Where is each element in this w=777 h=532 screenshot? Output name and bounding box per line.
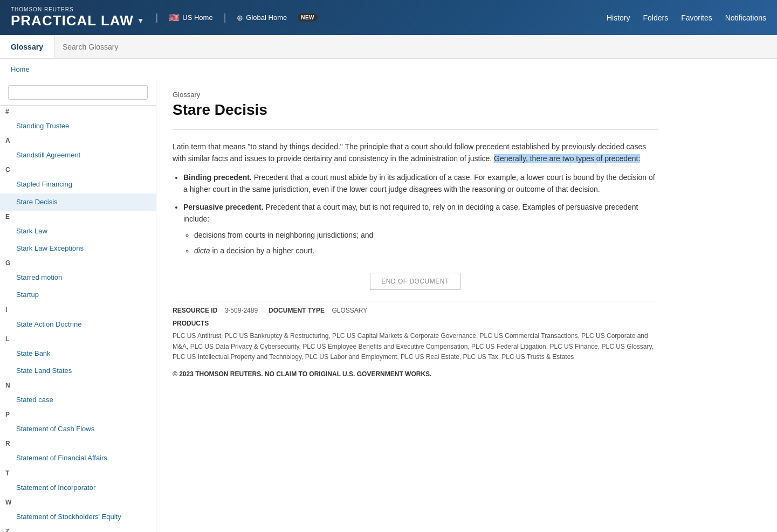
resource-id-label: RESOURCE ID: [173, 307, 217, 314]
home-link[interactable]: Home: [11, 65, 30, 73]
sidebar-item-statement-stockholders[interactable]: Statement of Stockholders' Equity: [0, 508, 156, 526]
sidebar-item-stark-law-exceptions[interactable]: Stark Law Exceptions: [0, 240, 156, 257]
favorites-link[interactable]: Favorites: [681, 13, 712, 22]
meta-divider: [173, 301, 658, 301]
search-input[interactable]: [63, 43, 769, 51]
top-nav: THOMSON REUTERS PRACTICAL LAW ▼ | 🇺🇸 US …: [0, 0, 777, 35]
bullet-persuasive-term: Persuasive precedent.: [183, 203, 264, 211]
nav-right: History Folders Favorites Notifications: [607, 13, 766, 22]
sub-bullets: decisions from courts in neighboring jur…: [194, 229, 658, 257]
search-bar: Glossary: [0, 35, 777, 59]
notifications-link[interactable]: Notifications: [725, 13, 766, 22]
globe-icon: ⊕: [237, 13, 243, 22]
resource-id-value: 3-509-2489: [225, 307, 258, 314]
history-link[interactable]: History: [607, 13, 630, 22]
nav-divider-2: |: [224, 12, 226, 23]
bullet-binding-text: Precedent that a court must abide by in …: [183, 173, 655, 194]
bullet-binding: Binding precedent. Precedent that a cour…: [183, 171, 658, 196]
brand-main-text: PRACTICAL LAW: [11, 12, 134, 29]
main-bullets: Binding precedent. Precedent that a cour…: [183, 171, 658, 257]
content-intro: Latin term that means "to stand by thing…: [173, 141, 658, 165]
sidebar-letter-hash: #: [0, 106, 156, 118]
sidebar-item-statement-financial[interactable]: Statement of Financial Affairs: [0, 450, 156, 467]
sidebar-top: [0, 80, 156, 106]
products-value: PLC US Antitrust, PLC US Bankruptcy & Re…: [173, 332, 654, 360]
sidebar-letter-c: C: [0, 164, 156, 176]
us-home-link[interactable]: 🇺🇸 US Home: [169, 12, 212, 23]
content-label: Glossary: [173, 91, 658, 99]
sidebar-letter-g: G: [0, 257, 156, 269]
sidebar-letter-t: T: [0, 467, 156, 479]
sidebar-item-starred-motion[interactable]: Starred motion: [0, 269, 156, 286]
products-label: PRODUCTS: [173, 319, 658, 329]
doc-type-label: DOCUMENT TYPE: [269, 307, 325, 314]
main-content: Glossary Stare Decisis Latin term that m…: [156, 80, 674, 532]
sidebar-item-startup[interactable]: Startup: [0, 286, 156, 303]
copyright: © 2023 THOMSON REUTERS. NO CLAIM TO ORIG…: [173, 370, 658, 378]
nav-divider: |: [156, 12, 159, 23]
sidebar-letter-p: P: [0, 409, 156, 420]
sidebar-item-stated-case[interactable]: Stated case: [0, 391, 156, 409]
sidebar-letter-r: R: [0, 438, 156, 450]
breadcrumb: Home: [0, 59, 777, 80]
content-divider: [173, 129, 658, 130]
sidebar-item-state-bank[interactable]: State Bank: [0, 345, 156, 362]
us-flag-icon: 🇺🇸: [169, 12, 180, 23]
sidebar-letter-w: W: [0, 496, 156, 508]
sub-bullet-1: decisions from courts in neighboring jur…: [194, 229, 658, 241]
sub-bullet-2-post: in a decision by a higher court.: [210, 246, 315, 255]
sidebar-item-stapled[interactable]: Stapled Financing: [0, 176, 156, 193]
sidebar-letter-l: L: [0, 333, 156, 345]
new-badge: NEW: [298, 13, 318, 22]
highlight-text: Generally, there are two types of preced…: [494, 154, 640, 163]
sidebar-item-stark-law[interactable]: Stark Law: [0, 223, 156, 240]
content-body: Latin term that means "to stand by thing…: [173, 141, 658, 257]
sidebar-item-state-action[interactable]: State Action Doctrine: [0, 316, 156, 333]
brand: THOMSON REUTERS PRACTICAL LAW ▼: [11, 6, 145, 29]
end-of-doc: END OF DOCUMENT: [173, 273, 658, 290]
sidebar-letter-n: N: [0, 379, 156, 391]
global-home-label: Global Home: [246, 13, 287, 22]
end-of-doc-button: END OF DOCUMENT: [370, 273, 460, 290]
brand-sub: THOMSON REUTERS: [11, 6, 145, 12]
sidebar-item-statement-incorporator[interactable]: Statement of Incorporator: [0, 479, 156, 496]
us-home-label: US Home: [182, 13, 212, 22]
sidebar-item-statement-cash-flows[interactable]: Statement of Cash Flows: [0, 420, 156, 438]
sub-bullet-2: dicta in a decision by a higher court.: [194, 245, 658, 257]
folders-link[interactable]: Folders: [643, 13, 668, 22]
sidebar-item-state-land[interactable]: State Land States: [0, 362, 156, 379]
brand-main[interactable]: PRACTICAL LAW ▼: [11, 12, 145, 29]
bullet-binding-term: Binding precedent.: [183, 173, 252, 182]
sidebar-letter-z: Z: [0, 526, 156, 532]
nav-left: THOMSON REUTERS PRACTICAL LAW ▼ | 🇺🇸 US …: [11, 6, 318, 29]
global-home-link[interactable]: ⊕ Global Home: [237, 13, 287, 22]
search-input-wrapper: [54, 35, 777, 58]
dicta-italic: dicta: [194, 246, 210, 255]
bullet-persuasive: Persuasive precedent. Precedent that a c…: [183, 201, 658, 257]
glossary-tab[interactable]: Glossary: [0, 35, 54, 58]
brand-chevron: ▼: [137, 16, 145, 25]
sidebar-item-stare-decisis[interactable]: Stare Decisis: [0, 194, 156, 211]
sidebar: # Standing Trustee A Standstill Agreemen…: [0, 80, 156, 532]
sidebar-search-input[interactable]: [8, 85, 148, 100]
products-section: PRODUCTS PLC US Antitrust, PLC US Bankru…: [173, 319, 658, 362]
sidebar-items: # Standing Trustee A Standstill Agreemen…: [0, 106, 156, 532]
meta-resource: RESOURCE ID 3-509-2489 DOCUMENT TYPE GLO…: [173, 307, 658, 314]
sidebar-letter-a: A: [0, 135, 156, 147]
main-layout: # Standing Trustee A Standstill Agreemen…: [0, 80, 777, 532]
sidebar-item-standing-trustee[interactable]: Standing Trustee: [0, 118, 156, 135]
sidebar-letter-i: I: [0, 304, 156, 316]
sidebar-letter-e: E: [0, 211, 156, 223]
content-title: Stare Decisis: [173, 101, 658, 119]
sidebar-item-standstill[interactable]: Standstill Agreement: [0, 147, 156, 164]
doc-type-value: GLOSSARY: [332, 307, 367, 314]
